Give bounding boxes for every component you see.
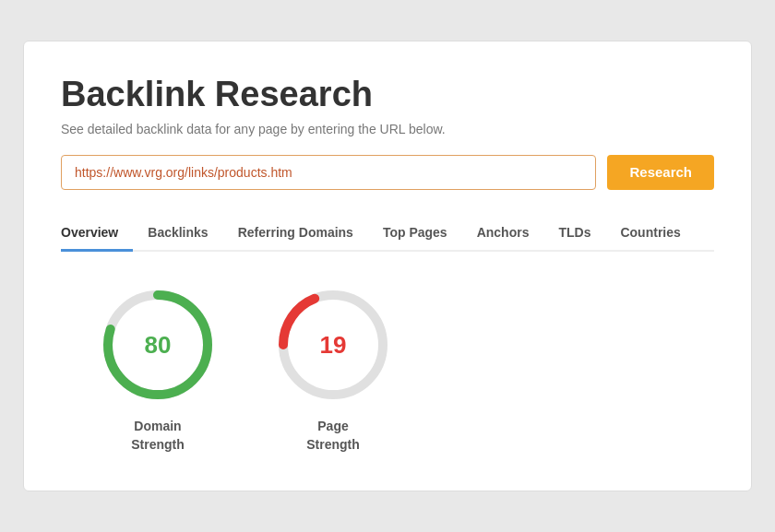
research-button[interactable]: Research [607,155,714,190]
domain-strength-value: 80 [145,330,172,359]
tab-referring-domains[interactable]: Referring Domains [223,216,368,252]
metrics-row: 80 DomainStrength 19 PageStrength [61,285,714,454]
page-strength-label: PageStrength [306,418,360,454]
page-strength-gauge: 19 [273,285,393,405]
tab-countries[interactable]: Countries [605,216,695,252]
tab-anchors[interactable]: Anchors [462,216,544,252]
tab-top-pages[interactable]: Top Pages [368,216,462,252]
page-title: Backlink Research [61,75,714,114]
tab-overview[interactable]: Overview [61,216,133,252]
search-row: Research [61,155,714,190]
domain-strength-label: DomainStrength [131,418,185,454]
tab-tlds[interactable]: TLDs [543,216,605,252]
page-strength-metric: 19 PageStrength [273,285,393,454]
tabs-nav: Overview Backlinks Referring Domains Top… [61,216,714,252]
page-strength-value: 19 [320,330,347,359]
subtitle: See detailed backlink data for any page … [61,122,714,136]
domain-strength-gauge: 80 [98,285,218,405]
tab-backlinks[interactable]: Backlinks [133,216,222,252]
main-card: Backlink Research See detailed backlink … [23,41,752,491]
domain-strength-metric: 80 DomainStrength [98,285,218,454]
url-input[interactable] [61,155,596,190]
